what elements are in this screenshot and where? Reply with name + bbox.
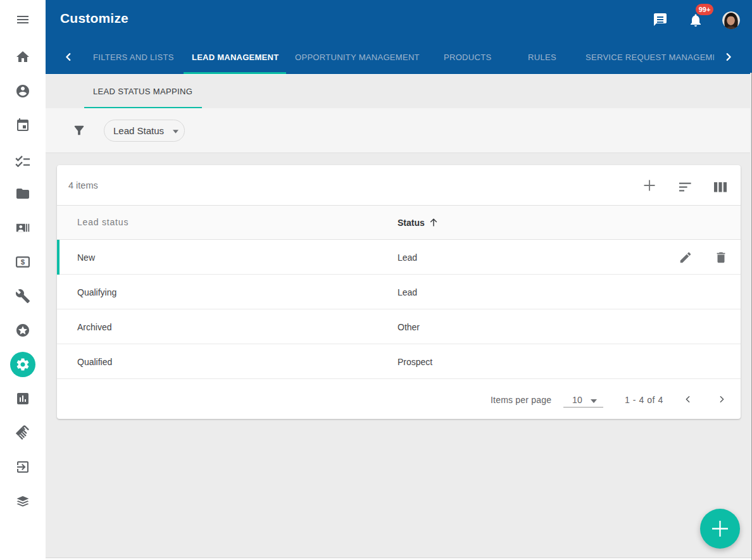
svg-text:$: $ [21,258,25,266]
